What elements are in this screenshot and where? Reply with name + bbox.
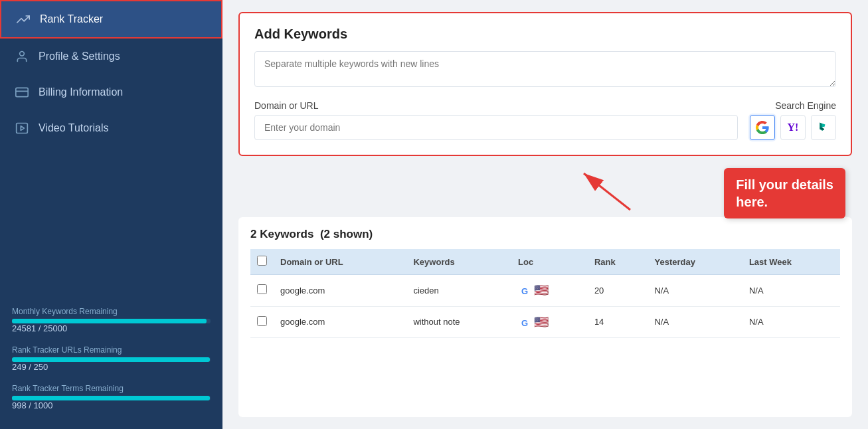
row-domain: google.com bbox=[274, 306, 406, 338]
bing-engine-button[interactable] bbox=[811, 115, 836, 140]
add-keywords-title: Add Keywords bbox=[254, 27, 836, 42]
sidebar-stats: Monthly Keywords Remaining 24581 / 25000… bbox=[0, 295, 222, 429]
stat-monthly-keywords: Monthly Keywords Remaining 24581 / 25000 bbox=[12, 307, 211, 333]
stat-value: 249 / 250 bbox=[12, 362, 211, 372]
stat-label: Monthly Keywords Remaining bbox=[12, 307, 211, 316]
domain-input[interactable] bbox=[254, 115, 738, 140]
search-engine-label: Search Engine bbox=[775, 100, 836, 111]
person-icon bbox=[15, 49, 29, 64]
sidebar-item-rank-tracker[interactable]: Rank Tracker bbox=[0, 0, 222, 39]
add-keywords-card: Add Keywords Domain or URL Search Engine bbox=[238, 12, 852, 156]
col-keywords: Keywords bbox=[406, 249, 511, 275]
stat-value: 24581 / 25000 bbox=[12, 323, 211, 333]
flag-icon: 🇺🇸 bbox=[534, 315, 549, 329]
stat-rank-tracker-urls: Rank Tracker URLs Remaining 249 / 250 bbox=[12, 345, 211, 372]
keywords-heading: 2 Keywords (2 shown) bbox=[250, 228, 840, 241]
search-engine-group: Search Engine Y! bbox=[750, 100, 836, 140]
keywords-card: 2 Keywords (2 shown) Domain or URL Keywo… bbox=[238, 217, 852, 417]
table-row: google.com without note G 🇺🇸 14 N/A N/A bbox=[250, 306, 840, 338]
sidebar: Rank Tracker Profile & Settings Billing … bbox=[0, 0, 222, 429]
domain-field: Domain or URL bbox=[254, 100, 738, 140]
fill-details-annotation: Fill your details here. bbox=[724, 168, 845, 218]
col-checkbox bbox=[250, 249, 274, 275]
google-engine-button[interactable] bbox=[750, 115, 775, 140]
play-circle-icon bbox=[15, 121, 29, 135]
google-icon bbox=[755, 120, 770, 135]
sidebar-item-billing-information[interactable]: Billing Information bbox=[0, 74, 222, 110]
svg-rect-3 bbox=[17, 124, 28, 133]
row-checkbox bbox=[250, 306, 274, 338]
stat-label: Rank Tracker Terms Remaining bbox=[12, 384, 211, 393]
row-domain: google.com bbox=[274, 275, 406, 307]
sidebar-item-video-tutorials[interactable]: Video Tutorials bbox=[0, 110, 222, 146]
row-rank: 20 bbox=[588, 275, 648, 307]
col-loc: Loc bbox=[511, 249, 588, 275]
stat-label: Rank Tracker URLs Remaining bbox=[12, 345, 211, 355]
credit-card-icon bbox=[15, 85, 29, 100]
stat-rank-tracker-terms: Rank Tracker Terms Remaining 998 / 1000 bbox=[12, 384, 211, 410]
google-engine-icon: G bbox=[518, 316, 531, 329]
row-yesterday: N/A bbox=[648, 275, 742, 307]
row-engine: G 🇺🇸 bbox=[511, 306, 588, 338]
sidebar-item-label: Rank Tracker bbox=[40, 13, 103, 25]
row-select-checkbox[interactable] bbox=[257, 316, 267, 326]
main-content: Add Keywords Domain or URL Search Engine bbox=[222, 0, 868, 429]
svg-rect-1 bbox=[16, 88, 28, 96]
sidebar-item-label: Profile & Settings bbox=[39, 50, 120, 62]
row-keyword: without note bbox=[406, 306, 511, 338]
yahoo-icon: Y! bbox=[788, 122, 799, 133]
sidebar-item-label: Video Tutorials bbox=[39, 122, 109, 134]
annotation-arrow-svg bbox=[564, 167, 644, 213]
col-rank: Rank bbox=[588, 249, 648, 275]
table-header-row: Domain or URL Keywords Loc Rank Yesterda… bbox=[250, 249, 840, 275]
select-all-checkbox[interactable] bbox=[257, 256, 267, 266]
row-rank: 14 bbox=[588, 306, 648, 338]
bing-icon bbox=[817, 121, 830, 134]
svg-line-6 bbox=[584, 173, 630, 210]
keywords-table: Domain or URL Keywords Loc Rank Yesterda… bbox=[250, 249, 840, 338]
google-engine-icon: G bbox=[518, 285, 531, 298]
row-engine: G 🇺🇸 bbox=[511, 275, 588, 307]
yahoo-engine-button[interactable]: Y! bbox=[780, 115, 806, 140]
row-select-checkbox[interactable] bbox=[257, 284, 267, 294]
search-engine-icons: Y! bbox=[750, 115, 836, 140]
sidebar-item-profile-settings[interactable]: Profile & Settings bbox=[0, 39, 222, 74]
row-checkbox bbox=[250, 275, 274, 307]
domain-label: Domain or URL bbox=[254, 100, 738, 111]
row-keyword: cieden bbox=[406, 275, 511, 307]
stat-bar-bg bbox=[12, 396, 211, 400]
chart-line-icon bbox=[16, 12, 31, 27]
table-row: google.com cieden G 🇺🇸 20 N/A N/A bbox=[250, 275, 840, 307]
stat-bar-bg bbox=[12, 357, 211, 362]
svg-marker-4 bbox=[21, 126, 24, 131]
row-last-week: N/A bbox=[742, 306, 840, 338]
sidebar-item-label: Billing Information bbox=[39, 86, 123, 98]
stat-bar bbox=[12, 319, 207, 323]
col-last-week: Last Week bbox=[742, 249, 840, 275]
row-last-week: N/A bbox=[742, 275, 840, 307]
stat-bar-bg bbox=[12, 319, 211, 323]
keywords-textarea[interactable] bbox=[254, 51, 836, 87]
col-yesterday: Yesterday bbox=[648, 249, 742, 275]
row-yesterday: N/A bbox=[648, 306, 742, 338]
annotation-area: Fill your details here. bbox=[238, 167, 852, 213]
domain-row: Domain or URL Search Engine bbox=[254, 100, 836, 140]
svg-point-0 bbox=[20, 52, 25, 56]
flag-icon: 🇺🇸 bbox=[534, 284, 549, 297]
stat-bar bbox=[12, 357, 210, 362]
stat-bar bbox=[12, 396, 210, 400]
col-domain: Domain or URL bbox=[274, 249, 406, 275]
stat-value: 998 / 1000 bbox=[12, 400, 211, 410]
